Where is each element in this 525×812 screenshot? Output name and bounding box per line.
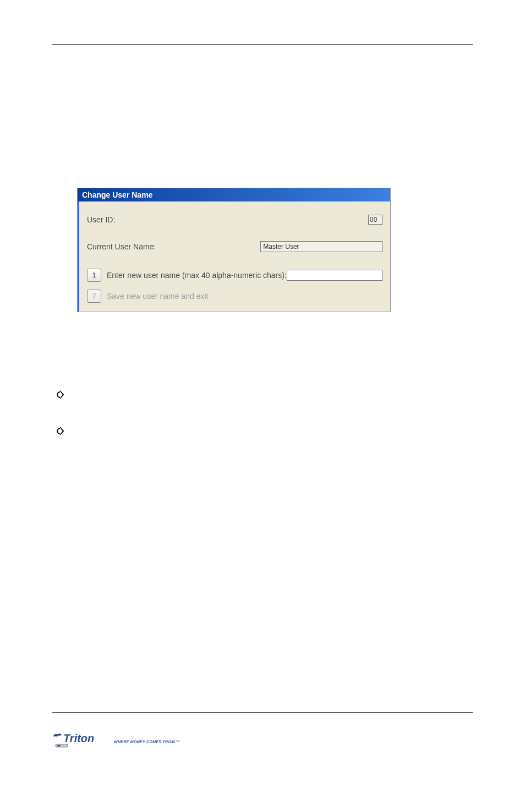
- bottom-divider: [52, 712, 473, 713]
- option-1-button[interactable]: 1: [87, 269, 101, 282]
- new-user-name-field[interactable]: [287, 270, 382, 281]
- top-divider: [52, 44, 473, 45]
- change-user-name-dialog: Change User Name User ID: Current User N…: [77, 188, 391, 312]
- user-id-field[interactable]: [368, 215, 382, 225]
- logo-tagline: WHERE MONEY COMES FROM.™: [114, 740, 180, 744]
- dialog-body: User ID: Current User Name: 1 Enter new …: [78, 201, 390, 312]
- current-user-row: Current User Name:: [87, 241, 382, 252]
- arrow-right-icon: [55, 426, 65, 436]
- user-id-label: User ID:: [87, 215, 115, 224]
- current-user-label: Current User Name:: [87, 242, 156, 251]
- triton-logo: Triton WHERE MONEY COMES FROM.™: [52, 731, 180, 749]
- option-2-row: 2 Save new user name and exit: [87, 290, 382, 303]
- current-user-field[interactable]: [260, 241, 382, 252]
- arrow-right-icon: [55, 390, 65, 400]
- option-1-row: 1 Enter new user name (max 40 alpha-nume…: [87, 269, 382, 282]
- user-id-row: User ID:: [87, 215, 382, 225]
- bullet-list: [55, 389, 473, 437]
- bullet-item: [55, 389, 473, 400]
- option-2-label: Save new user name and exit: [107, 292, 208, 301]
- logo-text: Triton: [63, 732, 94, 744]
- option-2-button: 2: [87, 290, 101, 303]
- dialog-title: Change User Name: [78, 188, 390, 201]
- svg-rect-1: [57, 745, 61, 746]
- option-1-label: Enter new user name (max 40 alpha-numeri…: [107, 271, 287, 280]
- bullet-item: [55, 426, 473, 437]
